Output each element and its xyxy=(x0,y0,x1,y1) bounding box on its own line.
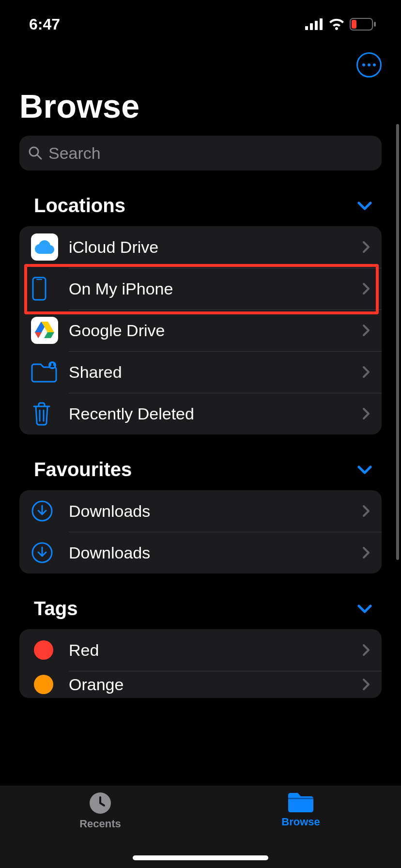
chevron-right-icon xyxy=(362,282,370,295)
tag-red[interactable]: Red xyxy=(19,629,382,671)
chevron-down-icon xyxy=(357,465,372,474)
location-shared[interactable]: Shared xyxy=(19,351,382,393)
row-label: iCloud Drive xyxy=(69,238,362,257)
location-google-drive[interactable]: Google Drive xyxy=(19,310,382,351)
tags-list: Red Orange xyxy=(19,629,382,698)
svg-rect-1 xyxy=(310,23,313,30)
favourite-downloads-1[interactable]: Downloads xyxy=(19,490,382,532)
svg-rect-9 xyxy=(33,278,46,300)
svg-line-8 xyxy=(37,155,41,159)
location-icloud-drive[interactable]: iCloud Drive xyxy=(19,226,382,268)
location-recently-deleted[interactable]: Recently Deleted xyxy=(19,393,382,434)
chevron-right-icon xyxy=(362,324,370,337)
chevron-right-icon xyxy=(362,546,370,559)
svg-point-16 xyxy=(51,363,53,365)
chevron-right-icon xyxy=(362,407,370,420)
wifi-icon xyxy=(328,18,345,30)
shared-folder-icon xyxy=(31,361,57,383)
tags-title: Tags xyxy=(34,598,77,620)
svg-rect-5 xyxy=(352,20,356,29)
chevron-right-icon xyxy=(362,241,370,253)
search-icon xyxy=(28,146,43,160)
favourites-list: Downloads Downloads xyxy=(19,490,382,574)
chevron-down-icon xyxy=(357,202,372,210)
google-drive-app-icon xyxy=(31,317,58,344)
favourites-title: Favourites xyxy=(34,459,132,480)
status-indicators xyxy=(305,18,377,31)
tag-orange[interactable]: Orange xyxy=(19,671,382,698)
chevron-right-icon xyxy=(362,366,370,378)
row-label: Shared xyxy=(69,363,362,382)
search-input[interactable] xyxy=(48,144,373,163)
location-on-my-iphone[interactable]: On My iPhone xyxy=(19,268,382,310)
chevron-right-icon xyxy=(362,678,370,691)
download-circle-icon xyxy=(31,500,53,522)
status-bar: 6:47 xyxy=(0,0,401,48)
svg-marker-12 xyxy=(44,332,54,338)
scroll-indicator xyxy=(396,124,399,560)
chevron-right-icon xyxy=(362,505,370,517)
chevron-right-icon xyxy=(362,644,370,656)
tab-label: Recents xyxy=(79,818,121,830)
chevron-down-icon xyxy=(357,604,372,613)
row-label: Google Drive xyxy=(69,321,362,340)
trash-icon xyxy=(31,402,52,426)
page-title: Browse xyxy=(0,87,401,136)
cellular-icon xyxy=(305,18,324,30)
svg-rect-22 xyxy=(288,798,313,799)
row-label: Downloads xyxy=(69,502,362,521)
row-label: Downloads xyxy=(69,543,362,562)
battery-low-icon xyxy=(350,18,377,31)
svg-rect-6 xyxy=(374,22,376,27)
iphone-icon xyxy=(31,277,47,301)
more-button[interactable] xyxy=(356,52,382,78)
status-time: 6:47 xyxy=(29,16,60,33)
locations-header[interactable]: Locations xyxy=(0,170,401,226)
row-label: Recently Deleted xyxy=(69,404,362,423)
locations-title: Locations xyxy=(34,195,125,217)
clock-icon xyxy=(89,791,112,815)
folder-icon xyxy=(287,791,314,813)
tag-dot-icon xyxy=(34,675,53,694)
svg-marker-14 xyxy=(35,332,42,338)
tags-header[interactable]: Tags xyxy=(0,574,401,629)
row-label: Orange xyxy=(69,675,362,694)
svg-rect-0 xyxy=(305,26,308,30)
row-label: Red xyxy=(69,641,362,660)
svg-rect-2 xyxy=(315,21,318,30)
search-field[interactable] xyxy=(19,136,382,170)
top-actions xyxy=(0,48,401,87)
locations-list: iCloud Drive On My iPhone Google Drive S… xyxy=(19,226,382,434)
favourites-header[interactable]: Favourites xyxy=(0,434,401,490)
tag-dot-icon xyxy=(34,640,53,660)
favourite-downloads-2[interactable]: Downloads xyxy=(19,532,382,574)
download-circle-icon xyxy=(31,542,53,564)
row-label: On My iPhone xyxy=(69,279,362,298)
svg-rect-3 xyxy=(320,18,323,30)
tab-bar: Recents Browse xyxy=(0,786,401,868)
icloud-app-icon xyxy=(31,233,58,261)
home-indicator[interactable] xyxy=(133,855,268,860)
tab-label: Browse xyxy=(281,816,320,828)
